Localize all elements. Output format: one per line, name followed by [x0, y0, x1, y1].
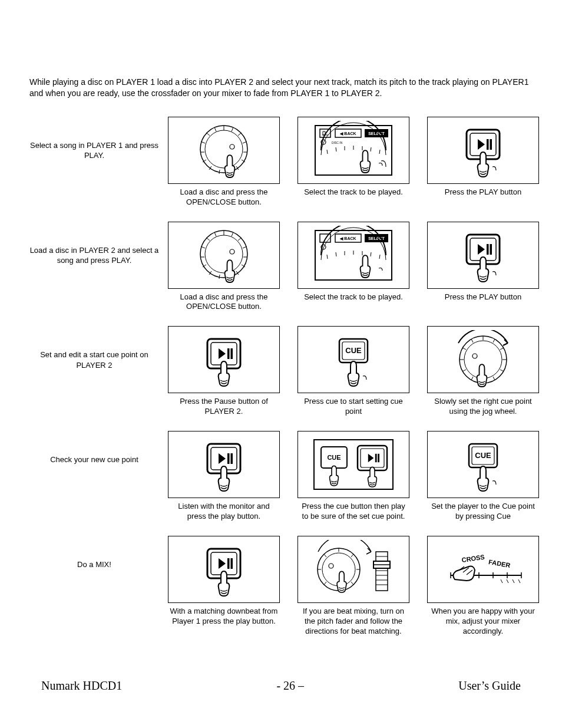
row3-step2: Press cue to start setting cue point: [289, 326, 418, 417]
jog-wheel-illustration: [168, 222, 280, 289]
row2-step3-caption: Press the PLAY button: [445, 292, 521, 302]
pitch-fader-illustration: [297, 536, 409, 603]
row1-step1: Load a disc and press the OPEN/CLOSE but…: [165, 117, 283, 207]
row2-step1-caption: Load a disc and press the OPEN/CLOSE but…: [168, 292, 280, 312]
svg-text:CUE: CUE: [327, 454, 340, 461]
play-button-illustration: [427, 117, 539, 184]
row1-step1-caption: Load a disc and press the OPEN/CLOSE but…: [168, 187, 280, 207]
row5-step2: If you are beat mixing, turn on the pitc…: [289, 536, 418, 637]
svg-text:◀ BACK: ◀ BACK: [339, 236, 356, 241]
steps-grid: Select a song in PLAYER 1 and press PLAY…: [29, 117, 533, 637]
row4-step2-caption: Press the cue button then play to be sur…: [297, 502, 409, 522]
play-button-illustration: [168, 536, 280, 603]
row1-step3-caption: Press the PLAY button: [445, 187, 521, 197]
row3-step1-caption: Press the Pause button of PLAYER 2.: [168, 397, 280, 417]
svg-text:DISC IN: DISC IN: [332, 141, 343, 144]
crossfader-illustration: CROSS FADER: [427, 536, 539, 603]
svg-line-66: [327, 255, 328, 259]
row2-step1: Load a disc and press the OPEN/CLOSE but…: [165, 222, 283, 312]
svg-point-6: [200, 126, 247, 173]
svg-line-38: [379, 150, 380, 154]
track-select-illustration: ◀ BACK SELECT: [297, 222, 409, 289]
svg-line-67: [336, 252, 336, 256]
svg-line-71: [371, 252, 371, 256]
footer-right: User’s Guide: [458, 679, 521, 693]
play-button-illustration: [427, 222, 539, 289]
manual-page: While playing a disc on PLAYER 1 load a …: [0, 0, 562, 728]
cue-button-illustration: [427, 431, 539, 498]
row4-step2: CUE Press the cue button then play to be…: [289, 431, 418, 522]
svg-text:CROSS: CROSS: [461, 554, 485, 564]
row4-step1: Listen with the monitor and press the pl…: [165, 431, 283, 522]
play-button-illustration: [168, 431, 280, 498]
svg-line-72: [379, 255, 380, 259]
page-footer: Numark HDCD1 - 26 – User’s Guide: [0, 679, 562, 693]
row2-label: Load a disc in PLAYER 2 and select a son…: [29, 222, 159, 266]
row3-step3: Slowly set the right cue point using the…: [424, 326, 542, 417]
track-select-illustration: ◀ BACK SELECT DISC IN: [297, 117, 409, 184]
row1-step3: Press the PLAY button: [424, 117, 542, 197]
row4-step3: Set the player to the Cue point by press…: [424, 431, 542, 522]
row2-step2-caption: Select the track to be played.: [304, 292, 403, 302]
row1-step2: ◀ BACK SELECT DISC IN: [289, 117, 418, 197]
row1-step2-caption: Select the track to be played.: [304, 187, 403, 197]
svg-line-32: [327, 150, 328, 154]
row5-step2-caption: If you are beat mixing, turn on the pitc…: [297, 607, 409, 637]
row1-label: Select a song in PLAYER 1 and press PLAY…: [29, 117, 159, 161]
row5-step1: With a matching downbeat from Player 1 p…: [165, 536, 283, 627]
svg-line-138: [518, 579, 520, 583]
svg-line-135: [501, 579, 503, 583]
row5-step1-caption: With a matching downbeat from Player 1 p…: [168, 607, 280, 627]
row2-step2: ◀ BACK SELECT Select the tra: [289, 222, 418, 302]
svg-text:FADER: FADER: [488, 558, 511, 569]
row3-step2-caption: Press cue to start setting cue point: [297, 397, 409, 417]
row4-step3-caption: Set the player to the Cue point by press…: [427, 502, 539, 522]
row2-step3: Press the PLAY button: [424, 222, 542, 302]
row5-step3-caption: When you are happy with your mix, adjust…: [427, 607, 539, 637]
intro-paragraph: While playing a disc on PLAYER 1 load a …: [29, 77, 533, 99]
row4-label: Check your new cue point: [29, 431, 159, 465]
jog-wheel-illustration: [168, 117, 280, 184]
row5-step3: CROSS FADER: [424, 536, 542, 637]
svg-point-41: [200, 230, 247, 278]
row5-label: Do a MIX!: [29, 536, 159, 570]
jog-wheel-arrow-illustration: [427, 326, 539, 393]
pause-button-illustration: [168, 326, 280, 393]
footer-left: Numark HDCD1: [41, 679, 122, 693]
row4-step1-caption: Listen with the monitor and press the pl…: [168, 502, 280, 522]
svg-text:◀ BACK: ◀ BACK: [339, 131, 356, 136]
svg-line-136: [507, 579, 508, 583]
svg-line-37: [371, 147, 371, 151]
svg-line-137: [513, 579, 514, 583]
cue-and-play-illustration: CUE: [297, 431, 409, 498]
footer-center: - 26 –: [276, 679, 304, 693]
row3-label: Set and edit a start cue point on PLAYER…: [29, 326, 159, 370]
svg-line-33: [336, 147, 336, 151]
cue-button-illustration: [297, 326, 409, 393]
row3-step3-caption: Slowly set the right cue point using the…: [427, 397, 539, 417]
row3-step1: Press the Pause button of PLAYER 2.: [165, 326, 283, 417]
